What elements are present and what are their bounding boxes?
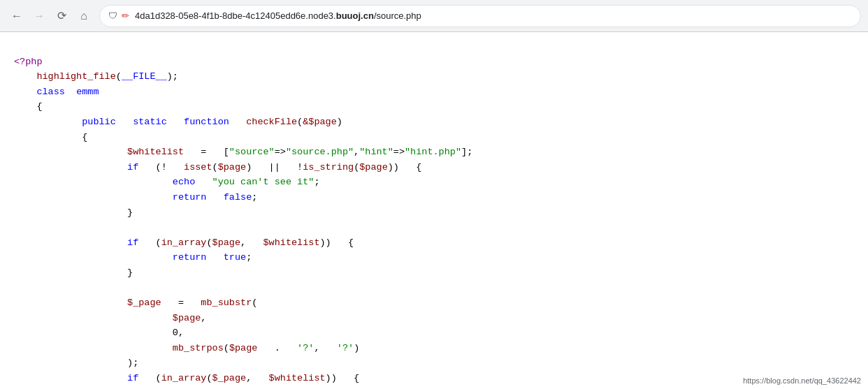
code-spacer1: [14, 222, 20, 233]
code-close2: }: [14, 267, 133, 278]
code-func: public static function checkFile(&$page): [14, 117, 342, 127]
code-return-true: return true;: [14, 252, 252, 263]
code-page-close: );: [14, 358, 138, 368]
code-return-false: return false;: [14, 192, 257, 203]
php-open-tag: <?php: [14, 57, 43, 67]
code-if1: if (! isset($page) || !is_string($page))…: [14, 162, 421, 173]
code-page-arg1: $page,: [14, 313, 206, 323]
code-area: <?php highlight_file(__FILE__); class em…: [0, 32, 868, 389]
reload-button[interactable]: ⟳: [52, 6, 71, 26]
status-bar-text: https://blog.csdn.net/qq_43622442: [743, 376, 861, 385]
code-close1: }: [14, 207, 133, 218]
address-path: /source.php: [374, 10, 421, 21]
address-prefix: 4da1d328-05e8-4f1b-8dbe-4c12405edd6e.nod…: [135, 10, 336, 21]
code-whitelist: $whitelist = ["source"=>"source.php","hi…: [14, 147, 472, 157]
code-if3: if (in_array($_page, $whitelist)) {: [14, 373, 359, 383]
forward-button[interactable]: →: [29, 6, 49, 26]
address-domain: buuoj.cn: [336, 10, 374, 21]
pencil-icon: ✏: [122, 10, 129, 21]
browser-chrome: ← → ⟳ ⌂ 🛡 ✏ 4da1d328-05e8-4f1b-8dbe-4c12…: [0, 0, 868, 32]
code-line1: highlight_file(__FILE__);: [14, 71, 178, 82]
status-bar: https://blog.csdn.net/qq_43622442: [743, 376, 861, 385]
code-content: <?php highlight_file(__FILE__); class em…: [14, 39, 854, 389]
home-button[interactable]: ⌂: [74, 6, 94, 26]
code-line2: class emmm: [14, 87, 99, 97]
back-button[interactable]: ←: [7, 6, 27, 26]
address-text: 4da1d328-05e8-4f1b-8dbe-4c12405edd6e.nod…: [135, 10, 852, 21]
code-page-assign: $_page = mb_substr(: [14, 298, 257, 308]
code-page-arg2: 0,: [14, 328, 184, 338]
code-brace-open: {: [14, 101, 43, 112]
nav-buttons: ← → ⟳ ⌂: [7, 6, 94, 26]
code-echo: echo "you can't see it";: [14, 177, 320, 187]
code-spacer2: [14, 283, 20, 293]
code-if2: if (in_array($page, $whitelist)) {: [14, 237, 354, 248]
address-bar-icons: 🛡 ✏: [108, 10, 129, 21]
code-page-arg3: mb_strpos($page . '?', '?'): [14, 343, 359, 353]
shield-icon: 🛡: [108, 10, 117, 21]
address-bar[interactable]: 🛡 ✏ 4da1d328-05e8-4f1b-8dbe-4c12405edd6e…: [99, 5, 861, 27]
code-func-brace: {: [14, 132, 87, 142]
